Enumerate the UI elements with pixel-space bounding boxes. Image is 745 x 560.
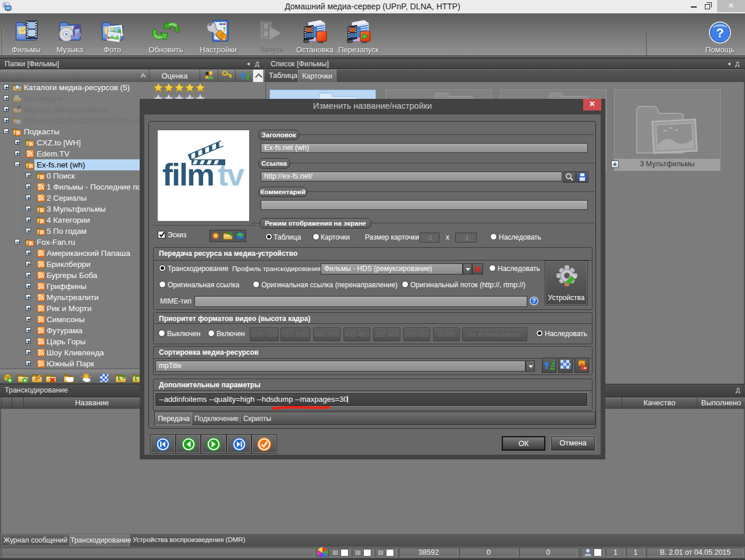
svg-text:?: ? (532, 298, 535, 304)
svg-text:?: ? (716, 26, 723, 40)
